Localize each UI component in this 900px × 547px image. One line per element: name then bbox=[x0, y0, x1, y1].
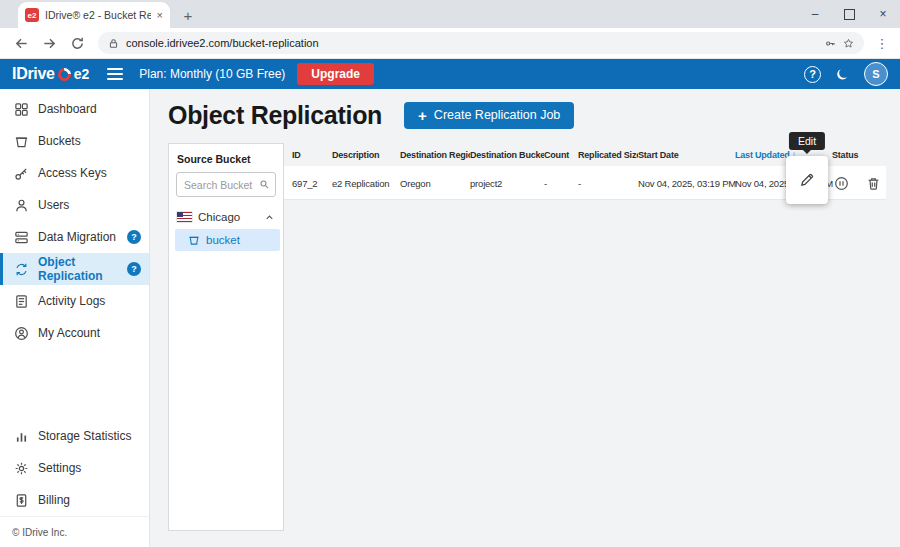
window-maximize-button[interactable] bbox=[832, 0, 866, 28]
last-updated-label: Last Updated bbox=[735, 150, 790, 160]
key-icon bbox=[14, 166, 29, 181]
us-flag-icon bbox=[177, 212, 192, 222]
sidebar-item-my-account[interactable]: My Account bbox=[0, 317, 149, 349]
bucket-icon bbox=[14, 134, 29, 149]
column-header-status: Status bbox=[832, 150, 886, 160]
password-key-icon[interactable] bbox=[825, 38, 836, 49]
sidebar-item-dashboard[interactable]: Dashboard bbox=[0, 93, 149, 125]
region-label: Chicago bbox=[198, 211, 240, 223]
menu-hamburger-icon[interactable] bbox=[107, 68, 123, 80]
column-header-id: ID bbox=[292, 150, 332, 160]
sidebar-item-storage-statistics[interactable]: Storage Statistics bbox=[0, 420, 149, 452]
back-icon bbox=[14, 36, 29, 51]
create-button-label: Create Replication Job bbox=[434, 108, 560, 122]
tab-favicon: e2 bbox=[25, 8, 39, 22]
server-icon bbox=[14, 230, 29, 245]
chevron-up-icon[interactable] bbox=[264, 212, 275, 223]
cell-destination-bucket: project2 bbox=[470, 178, 544, 189]
bucket-search-box[interactable] bbox=[176, 172, 276, 197]
user-icon bbox=[14, 198, 29, 213]
sidebar-item-label: Settings bbox=[38, 461, 81, 475]
sidebar: Dashboard Buckets Access Keys Users Data… bbox=[0, 89, 150, 547]
lock-icon[interactable] bbox=[108, 38, 119, 49]
sidebar-spacer bbox=[0, 349, 149, 420]
help-icon[interactable]: ? bbox=[804, 66, 821, 83]
sidebar-item-label: Data Migration bbox=[38, 230, 116, 244]
back-button[interactable] bbox=[8, 30, 34, 56]
cell-count: - bbox=[544, 178, 578, 189]
column-header-start-date: Start Date bbox=[638, 150, 735, 160]
forward-button[interactable] bbox=[36, 30, 62, 56]
copyright-text: © IDrive Inc. bbox=[0, 516, 149, 547]
account-icon bbox=[14, 326, 29, 341]
cell-replicated-size: - bbox=[578, 178, 638, 189]
sidebar-item-data-migration[interactable]: Data Migration ? bbox=[0, 221, 149, 253]
edit-action-popup[interactable]: Edit bbox=[786, 156, 828, 204]
source-bucket-header: Source Bucket bbox=[169, 144, 283, 172]
new-tab-button[interactable]: + bbox=[178, 5, 198, 25]
bucket-name: bucket bbox=[206, 234, 240, 246]
bucket-search-input[interactable] bbox=[182, 178, 256, 192]
cell-start-date: Nov 04, 2025, 03:19 PM bbox=[638, 178, 735, 189]
bucket-icon bbox=[188, 234, 200, 246]
bucket-list-item[interactable]: bucket bbox=[175, 229, 280, 251]
page-title: Object Replication bbox=[168, 101, 382, 130]
region-chicago[interactable]: Chicago bbox=[169, 206, 283, 228]
sidebar-item-object-replication[interactable]: Object Replication ? bbox=[0, 253, 149, 285]
address-bar[interactable]: console.idrivee2.com/bucket-replication bbox=[98, 32, 864, 54]
app-header: IDrive e2 Plan: Monthly (10 GB Free) Upg… bbox=[0, 59, 900, 89]
upgrade-button[interactable]: Upgrade bbox=[297, 63, 374, 85]
sidebar-item-label: Users bbox=[38, 198, 69, 212]
sidebar-item-settings[interactable]: Settings bbox=[0, 452, 149, 484]
sidebar-item-label: My Account bbox=[38, 326, 100, 340]
cell-id: 697_2 bbox=[292, 178, 332, 189]
dark-mode-moon-icon[interactable] bbox=[835, 67, 850, 82]
column-header-destination-bucket: Destination Bucket bbox=[470, 150, 544, 160]
idrive-e2-logo[interactable]: IDrive e2 bbox=[12, 65, 89, 83]
delete-trash-icon[interactable] bbox=[866, 176, 881, 191]
user-avatar[interactable]: S bbox=[864, 62, 888, 86]
plus-icon: + bbox=[418, 108, 427, 123]
browser-window: e2 IDrive® e2 - Bucket Replication × + –… bbox=[0, 0, 900, 547]
sidebar-item-label: Billing bbox=[38, 493, 70, 507]
sidebar-item-access-keys[interactable]: Access Keys bbox=[0, 157, 149, 189]
search-icon bbox=[259, 179, 270, 190]
bookmark-star-icon[interactable] bbox=[843, 38, 854, 49]
sidebar-item-label: Storage Statistics bbox=[38, 429, 131, 443]
sidebar-item-label: Activity Logs bbox=[38, 294, 105, 308]
sidebar-item-label: Access Keys bbox=[38, 166, 107, 180]
refresh-button[interactable] bbox=[64, 30, 90, 56]
browser-menu-icon[interactable]: ⋮ bbox=[872, 30, 892, 56]
logo-suffix: e2 bbox=[74, 66, 90, 82]
column-header-count: Count bbox=[544, 150, 578, 160]
sidebar-item-users[interactable]: Users bbox=[0, 189, 149, 221]
tab-title: IDrive® e2 - Bucket Replication bbox=[45, 9, 151, 21]
gear-icon bbox=[14, 461, 29, 476]
help-badge[interactable]: ? bbox=[127, 230, 141, 244]
sidebar-item-label: Object Replication bbox=[38, 255, 118, 283]
help-badge[interactable]: ? bbox=[127, 262, 141, 276]
refresh-icon bbox=[70, 36, 85, 51]
dashboard-icon bbox=[14, 102, 29, 117]
window-minimize-button[interactable]: – bbox=[798, 0, 832, 28]
url-text[interactable]: console.idrivee2.com/bucket-replication bbox=[126, 37, 818, 49]
sidebar-item-activity-logs[interactable]: Activity Logs bbox=[0, 285, 149, 317]
table-row[interactable]: 697_2 e2 Replication Oregon project2 - -… bbox=[284, 166, 886, 200]
pause-icon[interactable] bbox=[834, 176, 849, 191]
browser-toolbar: console.idrivee2.com/bucket-replication … bbox=[0, 28, 900, 59]
main-content: Object Replication + Create Replication … bbox=[150, 89, 900, 547]
bar-chart-icon bbox=[14, 429, 29, 444]
cell-destination-region: Oregon bbox=[400, 178, 470, 189]
maximize-icon bbox=[844, 9, 855, 20]
sidebar-item-billing[interactable]: Billing bbox=[0, 484, 149, 516]
tab-close-icon[interactable]: × bbox=[157, 9, 163, 21]
edit-pencil-icon bbox=[799, 172, 815, 188]
create-replication-job-button[interactable]: + Create Replication Job bbox=[404, 102, 574, 129]
replication-table: ID Description Destination Region Destin… bbox=[284, 143, 886, 531]
window-close-button[interactable]: × bbox=[866, 0, 900, 28]
logo-text: IDrive bbox=[12, 65, 55, 83]
browser-tab[interactable]: e2 IDrive® e2 - Bucket Replication × bbox=[18, 2, 170, 28]
sidebar-item-label: Dashboard bbox=[38, 102, 97, 116]
sidebar-item-buckets[interactable]: Buckets bbox=[0, 125, 149, 157]
plan-label: Plan: Monthly (10 GB Free) bbox=[139, 67, 285, 81]
